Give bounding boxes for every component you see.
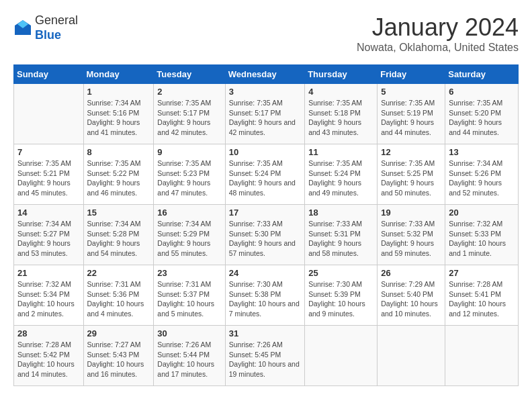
- calendar-title: January 2024: [357, 13, 519, 42]
- table-row: 16Sunrise: 7:34 AMSunset: 5:29 PMDayligh…: [154, 205, 225, 265]
- day-detail: Sunrise: 7:35 AMSunset: 5:25 PMDaylight:…: [381, 158, 441, 198]
- table-row: 17Sunrise: 7:33 AMSunset: 5:30 PMDayligh…: [225, 205, 304, 265]
- weekday-header-row: Sunday Monday Tuesday Wednesday Thursday…: [14, 65, 519, 84]
- day-detail: Sunrise: 7:34 AMSunset: 5:26 PMDaylight:…: [449, 158, 515, 198]
- day-detail: Sunrise: 7:26 AMSunset: 5:44 PMDaylight:…: [157, 340, 221, 379]
- table-row: 20Sunrise: 7:32 AMSunset: 5:33 PMDayligh…: [445, 205, 519, 265]
- day-number: 11: [308, 147, 373, 157]
- header-monday: Monday: [83, 65, 154, 84]
- day-number: 3: [229, 87, 301, 97]
- day-detail: Sunrise: 7:31 AMSunset: 5:37 PMDaylight:…: [157, 279, 221, 319]
- table-row: 22Sunrise: 7:31 AMSunset: 5:36 PMDayligh…: [83, 265, 154, 326]
- table-row: 13Sunrise: 7:34 AMSunset: 5:26 PMDayligh…: [445, 144, 519, 205]
- header-saturday: Saturday: [445, 65, 519, 84]
- day-number: 22: [87, 268, 150, 278]
- day-number: 27: [449, 268, 515, 278]
- table-row: 14Sunrise: 7:34 AMSunset: 5:27 PMDayligh…: [14, 205, 84, 265]
- header-wednesday: Wednesday: [225, 65, 304, 84]
- table-row: 31Sunrise: 7:26 AMSunset: 5:45 PMDayligh…: [225, 326, 304, 386]
- logo: General Blue: [13, 13, 78, 42]
- table-row: 6Sunrise: 7:35 AMSunset: 5:20 PMDaylight…: [445, 84, 519, 144]
- day-detail: Sunrise: 7:35 AMSunset: 5:24 PMDaylight:…: [229, 158, 301, 198]
- day-detail: Sunrise: 7:35 AMSunset: 5:24 PMDaylight:…: [308, 158, 373, 198]
- day-number: 25: [308, 268, 373, 278]
- table-row: 21Sunrise: 7:32 AMSunset: 5:34 PMDayligh…: [14, 265, 84, 326]
- day-number: 18: [308, 208, 373, 218]
- table-row: 3Sunrise: 7:35 AMSunset: 5:17 PMDaylight…: [225, 84, 304, 144]
- table-row: 25Sunrise: 7:30 AMSunset: 5:39 PMDayligh…: [305, 265, 378, 326]
- day-detail: Sunrise: 7:28 AMSunset: 5:41 PMDaylight:…: [449, 279, 515, 319]
- table-row: 29Sunrise: 7:27 AMSunset: 5:43 PMDayligh…: [83, 326, 154, 386]
- day-number: 8: [87, 147, 150, 157]
- day-detail: Sunrise: 7:35 AMSunset: 5:21 PMDaylight:…: [17, 158, 80, 198]
- day-detail: Sunrise: 7:33 AMSunset: 5:31 PMDaylight:…: [308, 219, 373, 259]
- day-detail: Sunrise: 7:32 AMSunset: 5:33 PMDaylight:…: [449, 219, 515, 259]
- day-detail: Sunrise: 7:35 AMSunset: 5:18 PMDaylight:…: [308, 98, 373, 138]
- table-row: [378, 326, 445, 386]
- table-row: [14, 84, 84, 144]
- header-tuesday: Tuesday: [154, 65, 225, 84]
- day-number: 19: [381, 208, 441, 218]
- table-row: 4Sunrise: 7:35 AMSunset: 5:18 PMDaylight…: [305, 84, 378, 144]
- day-number: 16: [157, 208, 221, 218]
- day-number: 4: [308, 87, 373, 97]
- table-row: 10Sunrise: 7:35 AMSunset: 5:24 PMDayligh…: [225, 144, 304, 205]
- calendar-week-row: 7Sunrise: 7:35 AMSunset: 5:21 PMDaylight…: [14, 144, 519, 205]
- day-number: 28: [17, 328, 80, 338]
- day-detail: Sunrise: 7:26 AMSunset: 5:45 PMDaylight:…: [229, 340, 301, 379]
- day-detail: Sunrise: 7:28 AMSunset: 5:42 PMDaylight:…: [17, 340, 80, 379]
- logo-icon: [13, 19, 32, 38]
- table-row: 27Sunrise: 7:28 AMSunset: 5:41 PMDayligh…: [445, 265, 519, 326]
- day-number: 9: [157, 147, 221, 157]
- title-section: January 2024 Nowata, Oklahoma, United St…: [357, 13, 519, 54]
- day-number: 12: [381, 147, 441, 157]
- table-row: 26Sunrise: 7:29 AMSunset: 5:40 PMDayligh…: [378, 265, 445, 326]
- table-row: 9Sunrise: 7:35 AMSunset: 5:23 PMDaylight…: [154, 144, 225, 205]
- table-row: [445, 326, 519, 386]
- day-detail: Sunrise: 7:30 AMSunset: 5:38 PMDaylight:…: [229, 279, 301, 319]
- day-detail: Sunrise: 7:33 AMSunset: 5:32 PMDaylight:…: [381, 219, 441, 259]
- day-number: 31: [229, 328, 301, 338]
- day-detail: Sunrise: 7:34 AMSunset: 5:16 PMDaylight:…: [87, 98, 150, 138]
- table-row: 30Sunrise: 7:26 AMSunset: 5:44 PMDayligh…: [154, 326, 225, 386]
- day-number: 29: [87, 328, 150, 338]
- day-detail: Sunrise: 7:35 AMSunset: 5:17 PMDaylight:…: [157, 98, 221, 138]
- table-row: 28Sunrise: 7:28 AMSunset: 5:42 PMDayligh…: [14, 326, 84, 386]
- day-number: 6: [449, 87, 515, 97]
- day-number: 2: [157, 87, 221, 97]
- calendar-week-row: 14Sunrise: 7:34 AMSunset: 5:27 PMDayligh…: [14, 205, 519, 265]
- day-detail: Sunrise: 7:29 AMSunset: 5:40 PMDaylight:…: [381, 279, 441, 319]
- day-number: 7: [17, 147, 80, 157]
- calendar-week-row: 28Sunrise: 7:28 AMSunset: 5:42 PMDayligh…: [14, 326, 519, 386]
- header-friday: Friday: [378, 65, 445, 84]
- day-detail: Sunrise: 7:30 AMSunset: 5:39 PMDaylight:…: [308, 279, 373, 319]
- day-number: 21: [17, 268, 80, 278]
- calendar-subtitle: Nowata, Oklahoma, United States: [357, 42, 519, 54]
- day-detail: Sunrise: 7:27 AMSunset: 5:43 PMDaylight:…: [87, 340, 150, 379]
- day-number: 1: [87, 87, 150, 97]
- table-row: 5Sunrise: 7:35 AMSunset: 5:19 PMDaylight…: [378, 84, 445, 144]
- header: General Blue January 2024 Nowata, Oklaho…: [13, 13, 519, 54]
- header-thursday: Thursday: [305, 65, 378, 84]
- day-detail: Sunrise: 7:35 AMSunset: 5:17 PMDaylight:…: [229, 98, 301, 138]
- day-detail: Sunrise: 7:31 AMSunset: 5:36 PMDaylight:…: [87, 279, 150, 319]
- calendar-week-row: 1Sunrise: 7:34 AMSunset: 5:16 PMDaylight…: [14, 84, 519, 144]
- table-row: 11Sunrise: 7:35 AMSunset: 5:24 PMDayligh…: [305, 144, 378, 205]
- table-row: [305, 326, 378, 386]
- day-detail: Sunrise: 7:35 AMSunset: 5:20 PMDaylight:…: [449, 98, 515, 138]
- calendar-week-row: 21Sunrise: 7:32 AMSunset: 5:34 PMDayligh…: [14, 265, 519, 326]
- day-detail: Sunrise: 7:34 AMSunset: 5:27 PMDaylight:…: [17, 219, 80, 259]
- day-detail: Sunrise: 7:34 AMSunset: 5:29 PMDaylight:…: [157, 219, 221, 259]
- day-detail: Sunrise: 7:32 AMSunset: 5:34 PMDaylight:…: [17, 279, 80, 319]
- day-number: 30: [157, 328, 221, 338]
- table-row: 19Sunrise: 7:33 AMSunset: 5:32 PMDayligh…: [378, 205, 445, 265]
- table-row: 18Sunrise: 7:33 AMSunset: 5:31 PMDayligh…: [305, 205, 378, 265]
- table-row: 23Sunrise: 7:31 AMSunset: 5:37 PMDayligh…: [154, 265, 225, 326]
- table-row: 7Sunrise: 7:35 AMSunset: 5:21 PMDaylight…: [14, 144, 84, 205]
- day-detail: Sunrise: 7:35 AMSunset: 5:23 PMDaylight:…: [157, 158, 221, 198]
- day-number: 20: [449, 208, 515, 218]
- day-number: 14: [17, 208, 80, 218]
- day-number: 23: [157, 268, 221, 278]
- day-detail: Sunrise: 7:35 AMSunset: 5:22 PMDaylight:…: [87, 158, 150, 198]
- day-number: 13: [449, 147, 515, 157]
